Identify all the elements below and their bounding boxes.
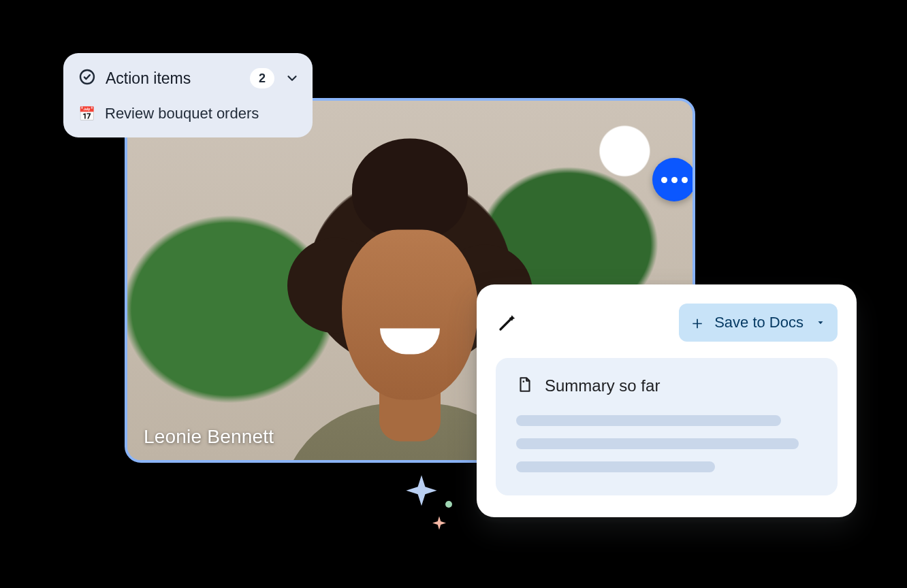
action-item-label: Review bouquet orders [105,105,259,122]
chevron-down-icon[interactable] [284,70,300,86]
check-circle-icon [78,68,96,88]
summary-section-title: Summary so far [545,376,660,395]
action-items-count: 2 [250,68,274,88]
summary-card: ＋ Save to Docs Summary so far [477,284,857,517]
action-items-card: Action items 2 📅 Review bouquet orders [63,53,313,137]
more-options-button[interactable] [652,158,695,201]
action-item[interactable]: 📅 Review bouquet orders [63,99,313,124]
summary-skeleton-line [516,461,715,472]
magic-wand-icon [496,311,519,334]
sparkle-icon [403,474,440,510]
save-to-docs-button[interactable]: ＋ Save to Docs [679,304,838,342]
summary-skeleton-line [516,415,781,426]
sparkle-icon [429,514,449,535]
sparkle-dot [445,501,452,508]
summary-body: Summary so far [496,358,838,495]
action-items-title: Action items [106,69,240,88]
svg-point-1 [523,380,525,382]
more-icon [661,177,667,183]
dropdown-caret-icon[interactable] [816,314,825,331]
document-icon [516,376,534,396]
participant-name: Leonie Bennett [144,426,274,448]
calendar-icon: 📅 [78,107,95,120]
save-to-docs-label: Save to Docs [714,314,803,331]
action-items-header[interactable]: Action items 2 [63,63,313,99]
summary-skeleton-line [516,438,799,449]
plus-icon: ＋ [688,314,706,331]
